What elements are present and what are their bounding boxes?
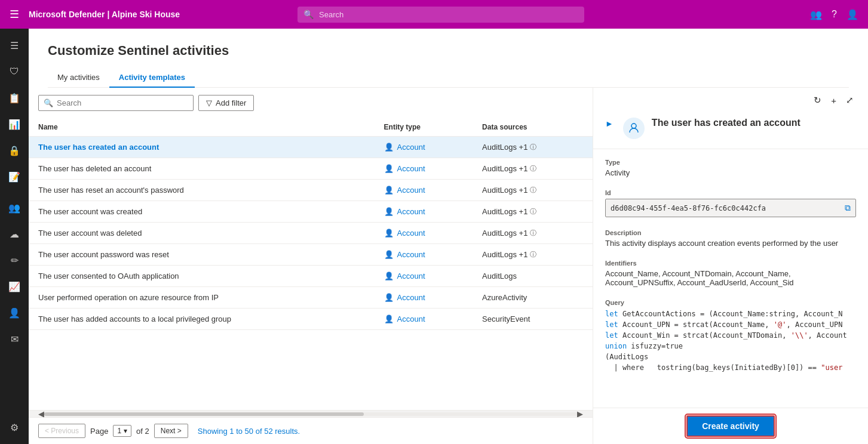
- query-label: Query: [605, 299, 856, 306]
- expand-button[interactable]: ⤢: [844, 92, 856, 108]
- add-filter-button[interactable]: ▽ Add filter: [198, 95, 254, 111]
- add-button[interactable]: +: [829, 92, 839, 108]
- row-name: The user account was deleted: [29, 223, 375, 244]
- help-icon[interactable]: ?: [832, 9, 837, 20]
- info-icon[interactable]: ⓘ: [530, 229, 536, 238]
- chevron-down-icon: ▾: [124, 427, 127, 435]
- sidebar-item-cog[interactable]: ⚙: [2, 415, 26, 439]
- collapse-icon[interactable]: ►: [605, 119, 614, 128]
- next-button[interactable]: Next >: [154, 424, 188, 438]
- page-header: Customize Sentinel activities My activit…: [29, 29, 868, 88]
- sidebar-item-pencil[interactable]: ✏: [2, 248, 26, 272]
- detail-query-section: Query let GetAccountActions = (Account_N…: [605, 299, 856, 373]
- sidebar-item-menu[interactable]: ☰: [2, 33, 26, 57]
- account-icon: 👤: [384, 164, 394, 173]
- showing-of: of: [256, 427, 262, 436]
- sidebar-item-chart[interactable]: 📊: [2, 112, 26, 136]
- detail-title: The user has created an account: [652, 118, 856, 128]
- row-entity: 👤Account: [375, 137, 473, 158]
- row-entity: 👤Account: [375, 180, 473, 201]
- global-search-input[interactable]: [297, 7, 584, 23]
- table-row[interactable]: User performed operation on azure resour…: [29, 287, 593, 309]
- create-activity-button[interactable]: Create activity: [686, 415, 775, 437]
- col-entity-type: Entity type: [375, 118, 473, 137]
- account-icon[interactable]: 👤: [846, 9, 858, 20]
- page-number: 1: [117, 427, 121, 435]
- info-icon[interactable]: ⓘ: [530, 164, 536, 173]
- tab-my-activities[interactable]: My activities: [48, 68, 109, 88]
- people-icon[interactable]: 👥: [810, 9, 822, 20]
- row-datasource: AuditLogs +1 ⓘ: [473, 244, 593, 266]
- row-name: The user has reset an account's password: [29, 180, 375, 201]
- scroll-track: [44, 412, 577, 416]
- left-pane: 🔍 ▽ Add filter Name Entity type: [29, 88, 593, 444]
- sidebar-item-shield[interactable]: 🛡: [2, 60, 26, 84]
- sidebar-item-lock[interactable]: 🔒: [2, 138, 26, 162]
- row-datasource: AuditLogs: [473, 266, 593, 287]
- page-label: Page: [90, 427, 108, 436]
- sidebar-item-cloud[interactable]: ☁: [2, 222, 26, 246]
- row-name: The user has created an account: [29, 137, 375, 158]
- row-datasource: AuditLogs +1 ⓘ: [473, 201, 593, 223]
- row-datasource: SecurityEvent: [473, 309, 593, 330]
- sidebar-item-list[interactable]: 📝: [2, 165, 26, 189]
- detail-body: Type Activity Id d6d08c94-455f-4ea5-8f76…: [593, 149, 868, 408]
- pagination: < Previous Page 1 ▾ of 2 Next > Showing …: [29, 417, 593, 444]
- sidebar-item-book[interactable]: 📋: [2, 86, 26, 110]
- row-datasource: AuditLogs +1 ⓘ: [473, 158, 593, 180]
- account-icon: 👤: [384, 250, 394, 259]
- table-row[interactable]: The user has reset an account's password…: [29, 180, 593, 201]
- hamburger-icon[interactable]: ☰: [10, 8, 19, 21]
- sidebar-item-people[interactable]: 👤: [2, 301, 26, 325]
- account-icon: 👤: [384, 186, 394, 195]
- table-row[interactable]: The user account was deleted👤AccountAudi…: [29, 223, 593, 244]
- app-title: Microsoft Defender | Alpine Ski House: [29, 10, 180, 19]
- info-icon[interactable]: ⓘ: [530, 207, 536, 216]
- detail-footer: Create activity: [593, 408, 868, 444]
- table-row[interactable]: The user has added accounts to a local p…: [29, 309, 593, 330]
- col-name: Name: [29, 118, 375, 137]
- sidebar: ☰ 🛡 📋 📊 🔒 📝 👥 ☁ ✏ 📈 👤 ✉ ⚙: [0, 29, 29, 444]
- account-icon: 👤: [384, 229, 394, 238]
- horizontal-scrollbar[interactable]: ◀ ▶: [29, 410, 593, 417]
- topnav-actions: 👥 ? 👤: [810, 9, 858, 20]
- sidebar-item-group[interactable]: 👥: [2, 196, 26, 220]
- table-row[interactable]: The user account was created👤AccountAudi…: [29, 201, 593, 223]
- search-box: 🔍: [38, 95, 194, 111]
- sidebar-item-mail[interactable]: ✉: [2, 327, 26, 351]
- row-name: User performed operation on azure resour…: [29, 287, 375, 309]
- main-layout: ☰ 🛡 📋 📊 🔒 📝 👥 ☁ ✏ 📈 👤 ✉ ⚙ Customize Sent…: [0, 29, 868, 444]
- search-input[interactable]: [57, 98, 188, 107]
- id-label: Id: [605, 189, 856, 196]
- info-icon[interactable]: ⓘ: [530, 250, 536, 259]
- add-filter-label: Add filter: [216, 98, 246, 107]
- query-line-1: let GetAccountActions = (Account_Name:st…: [605, 309, 856, 319]
- table-row[interactable]: The user has created an account👤AccountA…: [29, 137, 593, 158]
- right-pane: ↻ + ⤢ ► The user has created an account: [593, 88, 868, 444]
- table-row[interactable]: The user consented to OAuth application👤…: [29, 266, 593, 287]
- info-icon[interactable]: ⓘ: [530, 143, 536, 152]
- account-icon: 👤: [384, 314, 394, 323]
- description-value: This activity displays account creation …: [605, 239, 856, 248]
- showing-label: Showing: [198, 427, 228, 436]
- id-field: d6d08c94-455f-4ea5-8f76-fc6c0c442cfa ⧉: [605, 199, 856, 217]
- page-select[interactable]: 1 ▾: [113, 425, 131, 437]
- sidebar-item-trend[interactable]: 📈: [2, 275, 26, 298]
- query-line-5: (AuditLogs: [605, 352, 856, 362]
- toolbar: 🔍 ▽ Add filter: [29, 88, 593, 118]
- table-row[interactable]: The user has deleted an account👤AccountA…: [29, 158, 593, 180]
- top-navigation: ☰ Microsoft Defender | Alpine Ski House …: [0, 0, 868, 29]
- refresh-button[interactable]: ↻: [811, 92, 824, 108]
- row-entity: 👤Account: [375, 201, 473, 223]
- prev-button[interactable]: < Previous: [38, 424, 85, 438]
- row-entity: 👤Account: [375, 223, 473, 244]
- tab-activity-templates[interactable]: Activity templates: [109, 68, 195, 88]
- query-line-6: | where tostring(bag_keys(InitiatedBy)[0…: [605, 362, 856, 373]
- copy-id-button[interactable]: ⧉: [845, 203, 851, 213]
- info-icon[interactable]: ⓘ: [530, 186, 536, 195]
- table-row[interactable]: The user account password was reset👤Acco…: [29, 244, 593, 266]
- showing-suffix: results.: [275, 427, 300, 436]
- type-label: Type: [605, 159, 856, 166]
- identifiers-label: Identifiers: [605, 260, 856, 267]
- row-datasource: AuditLogs +1 ⓘ: [473, 180, 593, 201]
